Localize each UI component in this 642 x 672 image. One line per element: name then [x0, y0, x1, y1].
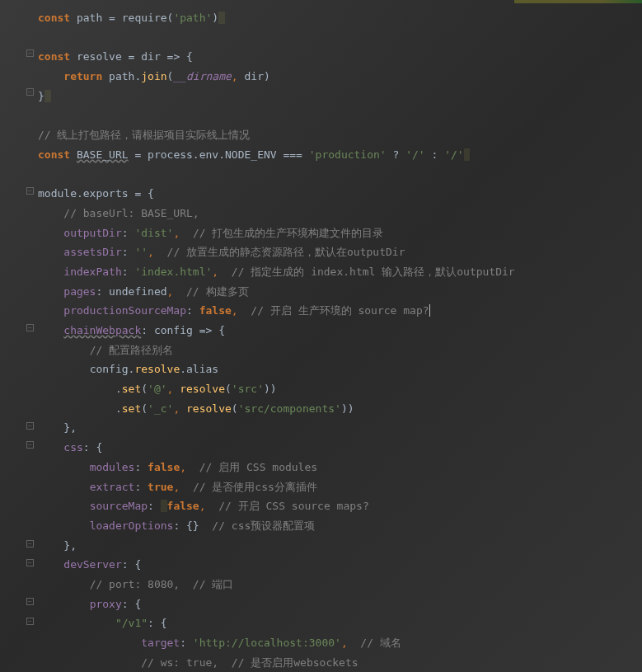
code-line[interactable]: pages: undefined, // 构建多页: [38, 282, 642, 302]
code-line[interactable]: loaderOptions: {} // css预设器配置项: [38, 516, 642, 536]
code-line[interactable]: [38, 106, 642, 125]
code-line[interactable]: extract: true, // 是否使用css分离插件: [38, 477, 642, 497]
fold-marker[interactable]: −: [26, 559, 34, 566]
fold-marker[interactable]: −: [26, 422, 34, 430]
code-line[interactable]: css: {: [38, 438, 642, 458]
gutter: − − − − − − − − − −: [0, 0, 35, 672]
code-line[interactable]: config.resolve.alias: [38, 359, 642, 379]
code-line[interactable]: // port: 8080, // 端口: [38, 575, 642, 594]
code-line[interactable]: indexPath: 'index.html', // 指定生成的 index.…: [38, 262, 642, 282]
code-line[interactable]: assetsDir: '', // 放置生成的静态资源路径，默认在outputD…: [38, 242, 642, 262]
code-editor[interactable]: − − − − − − − − − − const path = require…: [0, 0, 642, 672]
code-line[interactable]: const path = require('path'): [38, 8, 642, 28]
code-line[interactable]: sourceMap: false, // 开启 CSS source maps?: [38, 496, 642, 516]
fold-marker[interactable]: −: [26, 88, 34, 96]
code-line[interactable]: [38, 28, 642, 48]
code-line[interactable]: // 配置路径别名: [38, 341, 642, 360]
code-line[interactable]: },: [38, 536, 642, 556]
code-line[interactable]: const resolve = dir => {: [38, 47, 642, 67]
fold-marker[interactable]: −: [26, 540, 34, 547]
code-line[interactable]: devServer: {: [38, 555, 642, 575]
fold-marker[interactable]: −: [26, 618, 34, 625]
fold-marker[interactable]: −: [26, 441, 34, 449]
fold-marker[interactable]: −: [26, 324, 34, 331]
code-line[interactable]: const BASE_URL = process.env.NODE_ENV ==…: [38, 145, 642, 165]
code-line[interactable]: .set('@', resolve('src')): [38, 379, 642, 399]
code-line[interactable]: return path.join(__dirname, dir): [38, 67, 642, 87]
fold-marker[interactable]: −: [26, 187, 34, 195]
code-line[interactable]: productionSourceMap: false, // 开启 生产环境的 …: [38, 301, 642, 321]
code-line[interactable]: // baseUrl: BASE_URL,: [38, 204, 642, 223]
code-line[interactable]: module.exports = {: [38, 184, 642, 204]
code-line[interactable]: [38, 165, 642, 185]
code-line[interactable]: // ws: true, // 是否启用websockets: [38, 653, 642, 672]
fold-marker[interactable]: −: [26, 598, 34, 605]
code-line[interactable]: // 线上打包路径，请根据项目实际线上情况: [38, 125, 642, 145]
fold-marker[interactable]: −: [26, 49, 34, 57]
code-line[interactable]: .set('_c', resolve('src/components')): [38, 399, 642, 419]
code-line[interactable]: chainWebpack: config => {: [38, 321, 642, 341]
code-line[interactable]: },: [38, 418, 642, 438]
code-line[interactable]: proxy: {: [38, 594, 642, 614]
code-content[interactable]: const path = require('path') const resol…: [0, 8, 642, 672]
code-line[interactable]: outputDir: 'dist', // 打包生成的生产环境构建文件的目录: [38, 223, 642, 243]
code-line[interactable]: target: 'http://localhost:3000', // 域名: [38, 633, 642, 653]
code-line[interactable]: }: [38, 87, 642, 106]
code-line[interactable]: modules: false, // 启用 CSS modules: [38, 458, 642, 477]
code-line[interactable]: "/v1": {: [38, 613, 642, 633]
